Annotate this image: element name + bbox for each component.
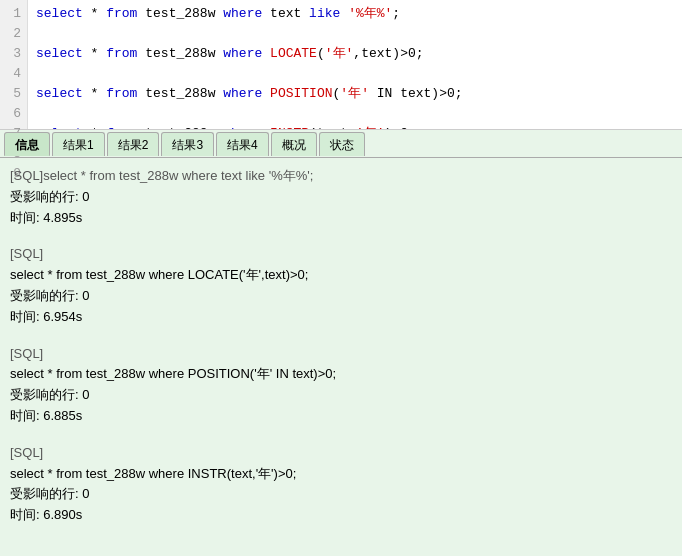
result-4-sql-stmt: select * from test_288w where INSTR(text… [10, 464, 672, 485]
code-line-1: select * from test_288w where text like … [36, 4, 674, 24]
result-block-1: [SQL]select * from test_288w where text … [10, 166, 672, 228]
tab-result2[interactable]: 结果2 [107, 132, 160, 156]
result-4-affected: 受影响的行: 0 [10, 484, 672, 505]
result-block-4: [SQL] select * from test_288w where INST… [10, 443, 672, 526]
code-line-7: select * from test_288w where INSTR(text… [36, 124, 674, 129]
result-1-affected: 受影响的行: 0 [10, 187, 672, 208]
result-2-affected: 受影响的行: 0 [10, 286, 672, 307]
results-area: [SQL]select * from test_288w where text … [0, 158, 682, 556]
tab-result1[interactable]: 结果1 [52, 132, 105, 156]
result-2-time: 时间: 6.954s [10, 307, 672, 328]
tab-result4[interactable]: 结果4 [216, 132, 269, 156]
result-1-sql: [SQL]select * from test_288w where text … [10, 166, 672, 187]
code-line-4 [36, 64, 674, 84]
tabs-bar: 信息 结果1 结果2 结果3 结果4 概况 状态 [0, 130, 682, 158]
code-line-5: select * from test_288w where POSITION('… [36, 84, 674, 104]
result-2-sql-label: [SQL] [10, 244, 672, 265]
tab-overview[interactable]: 概况 [271, 132, 317, 156]
tab-info[interactable]: 信息 [4, 132, 50, 156]
result-3-time: 时间: 6.885s [10, 406, 672, 427]
result-4-time: 时间: 6.890s [10, 505, 672, 526]
result-block-3: [SQL] select * from test_288w where POSI… [10, 344, 672, 427]
result-3-affected: 受影响的行: 0 [10, 385, 672, 406]
code-editor[interactable]: 1 2 3 4 5 6 7 8 9 select * from test_288… [0, 0, 682, 130]
code-line-3: select * from test_288w where LOCATE('年'… [36, 44, 674, 64]
result-3-sql-stmt: select * from test_288w where POSITION('… [10, 364, 672, 385]
result-3-sql-label: [SQL] [10, 344, 672, 365]
result-4-sql-label: [SQL] [10, 443, 672, 464]
code-line-6 [36, 104, 674, 124]
line-numbers: 1 2 3 4 5 6 7 8 9 [0, 0, 28, 129]
tab-status[interactable]: 状态 [319, 132, 365, 156]
result-2-sql-stmt: select * from test_288w where LOCATE('年'… [10, 265, 672, 286]
tab-result3[interactable]: 结果3 [161, 132, 214, 156]
code-line-2 [36, 24, 674, 44]
code-content[interactable]: select * from test_288w where text like … [28, 0, 682, 129]
result-1-time: 时间: 4.895s [10, 208, 672, 229]
result-block-2: [SQL] select * from test_288w where LOCA… [10, 244, 672, 327]
